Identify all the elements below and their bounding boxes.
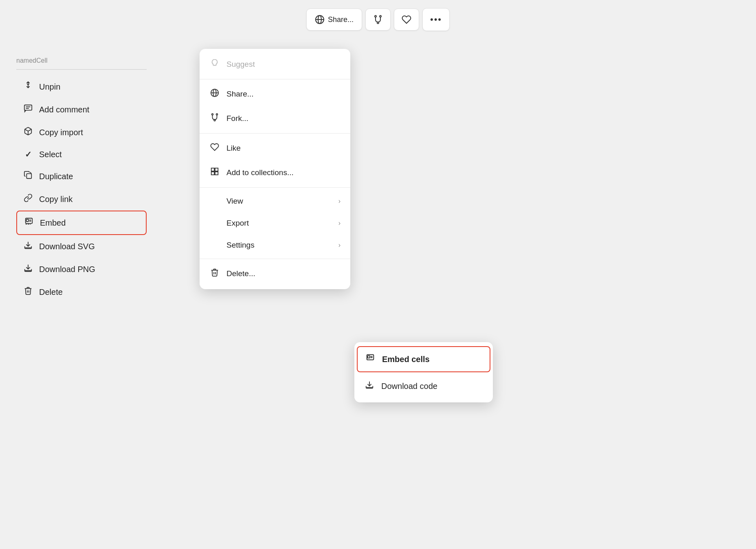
dropdown-item-export[interactable]: Export › <box>200 212 350 234</box>
fork-dropdown-label: Fork... <box>226 114 248 123</box>
globe-icon <box>315 15 325 25</box>
menu-label-download-svg: Download SVG <box>39 242 95 251</box>
comment-icon <box>23 104 33 115</box>
pin-icon <box>23 81 33 92</box>
download-code-label: Download code <box>381 382 437 391</box>
menu-item-select[interactable]: ✓ Select <box>16 144 147 165</box>
link-icon <box>23 193 33 205</box>
share-label: Share... <box>328 15 354 24</box>
divider-2 <box>200 133 350 134</box>
download-code-icon <box>364 380 375 392</box>
menu-label-add-comment: Add comment <box>39 105 89 114</box>
svg-rect-13 <box>26 173 31 178</box>
share-button[interactable]: Share... <box>306 9 362 31</box>
view-left: View <box>209 197 243 206</box>
check-icon: ✓ <box>23 149 33 159</box>
svg-rect-36 <box>368 356 370 358</box>
trash-icon-left <box>23 286 33 298</box>
svg-rect-9 <box>24 105 32 110</box>
menu-item-unpin[interactable]: Unpin <box>16 75 147 98</box>
menu-item-download-svg[interactable]: Download SVG <box>16 235 147 258</box>
fork-icon-dropdown <box>209 113 220 124</box>
menu-item-delete[interactable]: Delete <box>16 281 147 303</box>
like-button[interactable] <box>394 9 419 31</box>
svg-point-27 <box>216 114 218 115</box>
dropdown-item-suggest[interactable]: Suggest <box>200 52 350 77</box>
export-arrow: › <box>338 220 341 227</box>
main-content: Share... ••• namedCell <box>0 0 756 549</box>
dropdown-item-add-collections[interactable]: Add to collections... <box>200 160 350 185</box>
fork-button[interactable] <box>365 9 391 31</box>
export-label: Export <box>226 219 249 228</box>
view-arrow: › <box>338 198 341 205</box>
delete-dropdown-label: Delete... <box>226 269 255 278</box>
dropdown-menu: Suggest Share... <box>200 49 350 289</box>
svg-rect-31 <box>211 168 214 171</box>
duplicate-icon <box>23 171 33 182</box>
download-png-icon <box>23 264 33 275</box>
menu-item-duplicate[interactable]: Duplicate <box>16 165 147 188</box>
more-icon: ••• <box>430 14 442 25</box>
view-label: View <box>226 197 243 206</box>
suggest-icon <box>209 59 220 70</box>
menu-item-copy-import[interactable]: Copy import <box>16 121 147 144</box>
embed-cells-label: Embed cells <box>382 355 430 364</box>
menu-item-embed[interactable]: Embed <box>16 211 147 235</box>
svg-rect-21 <box>25 270 32 271</box>
svg-point-4 <box>380 15 381 17</box>
settings-label: Settings <box>226 241 255 250</box>
sub-dropdown-item-embed-cells[interactable]: Embed cells <box>357 346 490 372</box>
menu-label-unpin: Unpin <box>39 82 60 92</box>
dropdown-item-delete[interactable]: Delete... <box>200 261 350 286</box>
suggest-label: Suggest <box>226 60 255 69</box>
embed-cells-icon <box>365 354 376 365</box>
settings-arrow: › <box>338 242 341 249</box>
menu-item-copy-link[interactable]: Copy link <box>16 188 147 211</box>
copy-import-icon <box>23 127 33 138</box>
menu-item-add-comment[interactable]: Add comment <box>16 98 147 121</box>
export-left: Export <box>209 219 249 228</box>
sub-dropdown-menu: Embed cells Download code <box>354 342 493 402</box>
heart-icon <box>402 15 411 24</box>
svg-rect-16 <box>26 220 29 222</box>
dropdown-item-fork[interactable]: Fork... <box>200 106 350 131</box>
like-dropdown-label: Like <box>226 144 241 153</box>
left-menu: namedCell Unpin Add comment <box>16 57 147 303</box>
add-collections-label: Add to collections... <box>226 168 294 177</box>
dropdown-item-share[interactable]: Share... <box>200 82 350 106</box>
share-dropdown-label: Share... <box>226 90 254 99</box>
menu-item-download-png[interactable]: Download PNG <box>16 258 147 281</box>
trash-icon-dropdown <box>209 268 220 279</box>
cell-title: namedCell <box>16 57 147 70</box>
menu-label-duplicate: Duplicate <box>39 172 73 181</box>
download-svg-icon <box>23 241 33 252</box>
svg-rect-34 <box>215 172 218 175</box>
menu-label-download-png: Download PNG <box>39 265 95 274</box>
more-button[interactable]: ••• <box>422 8 450 31</box>
sub-dropdown-item-download-code[interactable]: Download code <box>354 373 493 399</box>
dropdown-item-view[interactable]: View › <box>200 190 350 212</box>
divider-1 <box>200 79 350 79</box>
menu-label-copy-import: Copy import <box>39 128 83 137</box>
settings-left: Settings <box>209 241 255 250</box>
menu-label-copy-link: Copy link <box>39 195 73 204</box>
globe-icon-dropdown <box>209 88 220 100</box>
dropdown-item-like[interactable]: Like <box>200 136 350 160</box>
svg-rect-33 <box>211 172 214 175</box>
heart-icon-dropdown <box>209 143 220 154</box>
grid-icon <box>209 167 220 178</box>
svg-point-26 <box>212 114 213 115</box>
toolbar: Share... ••• <box>306 8 450 31</box>
svg-point-3 <box>375 15 376 17</box>
menu-label-embed: Embed <box>40 218 66 228</box>
menu-label-delete: Delete <box>39 288 63 297</box>
embed-icon <box>24 217 34 228</box>
dropdown-item-settings[interactable]: Settings › <box>200 234 350 256</box>
menu-label-select: Select <box>39 150 62 159</box>
svg-rect-32 <box>215 168 218 171</box>
divider-4 <box>200 259 350 259</box>
fork-icon <box>373 15 383 24</box>
divider-3 <box>200 187 350 188</box>
